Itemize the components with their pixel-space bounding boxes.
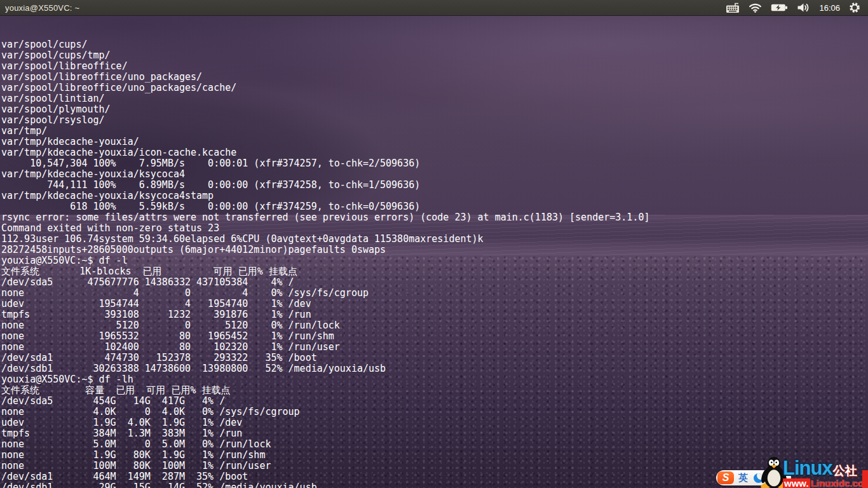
keyboard-indicator[interactable] xyxy=(726,0,740,15)
terminal-line: var/spool/libreoffice/uno_packages/ xyxy=(1,72,868,83)
logo-domain-text: Linuxidc.com xyxy=(811,478,868,488)
terminal-line: var/tmp/kdecache-youxia/ xyxy=(1,137,868,147)
terminal-line: udev 1.9G 4.0K 1.9G 1% /dev xyxy=(1,417,868,428)
session-menu[interactable] xyxy=(849,0,860,15)
terminal-line: Command exited with non-zero status 23 xyxy=(1,223,868,234)
terminal-line: youxia@X550VC:~$ df -lh xyxy=(1,374,868,385)
terminal-line: none 1.9G 80K 1.9G 1% /run/shm xyxy=(1,450,868,461)
terminal-line: var/spool/plymouth/ xyxy=(1,104,868,115)
terminal-line: var/tmp/kdecache-youxia/ksycoca4 xyxy=(1,169,868,180)
terminal-line: var/tmp/kdecache-youxia/ksycoca4stamp xyxy=(1,191,868,201)
logo-www-text: www. xyxy=(783,478,810,488)
indicator-area: 16:06 xyxy=(726,0,868,15)
ime-mode-label[interactable]: 英 xyxy=(738,472,748,484)
terminal-line: none 102400 80 102320 1% /run/user xyxy=(1,342,868,353)
terminal-line: none 5.0M 0 5.0M 0% /run/lock xyxy=(1,439,868,450)
terminal-line: rsync error: some files/attrs were not t… xyxy=(1,212,868,223)
battery-charging-indicator[interactable] xyxy=(771,0,788,15)
logo-red-strip xyxy=(862,470,868,488)
desktop: youxia@X550VC: ~ xyxy=(0,0,868,488)
terminal-line: 112.93user 106.74system 59:34.60elapsed … xyxy=(1,234,868,245)
terminal-line: 文件系统 1K-blocks 已用 可用 已用% 挂载点 xyxy=(1,266,868,277)
battery-charging-icon xyxy=(771,3,788,12)
sogou-logo-icon[interactable]: S xyxy=(717,471,734,484)
terminal-line: 618 100% 5.59kB/s 0:00:00 (xfr#374259, t… xyxy=(1,201,868,212)
terminal-line: var/spool/cups/ xyxy=(1,39,868,50)
terminal-line: var/spool/libreoffice/ xyxy=(1,61,868,72)
terminal-line: var/spool/libreoffice/uno_packages/cache… xyxy=(1,83,868,93)
terminal-line: 10,547,304 100% 7.95MB/s 0:00:01 (xfr#37… xyxy=(1,158,868,169)
gear-icon xyxy=(849,2,860,13)
top-panel: youxia@X550VC: ~ xyxy=(0,0,868,16)
terminal-line: var/spool/lintian/ xyxy=(1,93,868,104)
terminal-line: 28272458inputs+28605000outputs (6major+4… xyxy=(1,245,868,255)
terminal-line: var/spool/rsyslog/ xyxy=(1,115,868,126)
terminal-line: 744,111 100% 6.89MB/s 0:00:00 (xfr#37425… xyxy=(1,180,868,191)
wifi-indicator[interactable] xyxy=(749,0,762,15)
logo-title-row: Linux 公社 xyxy=(783,459,868,479)
linuxidc-logo: Linux 公社 www. Linuxidc.com xyxy=(783,459,868,488)
terminal-line: var/spool/cups/tmp/ xyxy=(1,50,868,61)
terminal-line: var/tmp/kdecache-youxia/icon-cache.kcach… xyxy=(1,147,868,158)
terminal-line: tmpfs 384M 1.3M 383M 1% /run xyxy=(1,428,868,439)
terminal-line: /dev/sda5 475677776 14386332 437105384 4… xyxy=(1,277,868,288)
logo-url-row: www. Linuxidc.com xyxy=(783,478,868,488)
logo-linux-text: Linux xyxy=(783,459,832,478)
terminal-line: none 1965532 80 1965452 1% /run/shm xyxy=(1,331,868,342)
terminal-line: udev 1954744 4 1954740 1% /dev xyxy=(1,299,868,309)
terminal-line: /dev/sda5 454G 14G 417G 4% / xyxy=(1,396,868,407)
terminal-line: none 4.0K 0 4.0K 0% /sys/fs/cgroup xyxy=(1,407,868,417)
terminal-line: /dev/sdb1 30263388 14738600 13980800 52%… xyxy=(1,363,868,374)
terminal-line: tmpfs 393108 1232 391876 1% /run xyxy=(1,309,868,320)
terminal-line: 文件系统 容量 已用 可用 已用% 挂载点 xyxy=(1,385,868,396)
terminal-line: none 4 0 4 0% /sys/fs/cgroup xyxy=(1,288,868,299)
wifi-icon xyxy=(749,3,762,13)
volume-indicator[interactable] xyxy=(797,0,810,15)
terminal-output: var/spool/cups/var/spool/cups/tmp/var/sp… xyxy=(1,39,868,488)
terminal[interactable]: var/spool/cups/var/spool/cups/tmp/var/sp… xyxy=(0,15,868,488)
window-title: youxia@X550VC: ~ xyxy=(5,3,79,13)
terminal-line: var/tmp/ xyxy=(1,126,868,137)
volume-icon xyxy=(797,3,810,13)
terminal-line: /dev/sda1 474730 152378 293322 35% /boot xyxy=(1,353,868,363)
terminal-line: none 5120 0 5120 0% /run/lock xyxy=(1,320,868,331)
keyboard-icon xyxy=(726,3,740,13)
clock[interactable]: 16:06 xyxy=(819,3,840,13)
terminal-line: youxia@X550VC:~$ df -l xyxy=(1,255,868,266)
logo-gongshe-text: 公社 xyxy=(833,463,857,479)
